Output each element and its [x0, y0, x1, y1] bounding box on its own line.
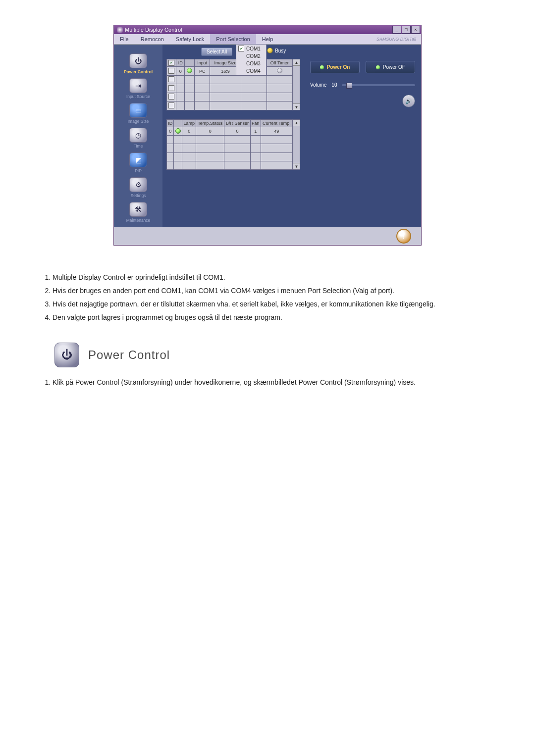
table-row[interactable] [167, 136, 293, 144]
col2-lamp: Lamp [182, 120, 196, 127]
slider-thumb[interactable] [346, 83, 352, 89]
power-on-button[interactable]: Power On [310, 61, 360, 73]
sidebar-item-settings[interactable]: ⚙ Settings [129, 177, 147, 198]
table-row[interactable]: 0 0 0 0 1 49 [167, 127, 293, 136]
status-bar: ! [114, 227, 421, 245]
doc-text-list-1: Multiple Display Control er oprindeligt … [40, 272, 495, 323]
volume-slider[interactable] [342, 84, 415, 86]
status-table: ID Lamp Temp.Status B/R Senser Fan Curre… [166, 119, 293, 170]
list-item: Hvis der bruges en anden port end COM1, … [53, 286, 495, 296]
main-panel: Select All Busy ✔ [162, 45, 421, 227]
sidebar: ⏻ Power Control ⇥ Input Source ▭ Image S… [114, 45, 162, 227]
brand-label: SAMSUNG DIGITall [376, 37, 421, 42]
gear-icon: ⚙ [129, 177, 147, 192]
sidebar-item-power-control[interactable]: ⏻ Power Control [124, 53, 153, 74]
doc-text-list-2: Klik på Power Control (Strømforsyning) u… [40, 377, 495, 388]
menu-remocon[interactable]: Remocon [135, 34, 170, 44]
sidebar-item-time[interactable]: ◷ Time [129, 128, 147, 149]
power-off-button[interactable]: Power Off [366, 61, 415, 73]
sidebar-item-pip[interactable]: ◩ PIP [129, 152, 147, 173]
app-icon [117, 27, 123, 33]
sidebar-item-input-source[interactable]: ⇥ Input Source [126, 78, 150, 99]
col-status [185, 59, 195, 67]
list-item: Multiple Display Control er oprindeligt … [53, 272, 495, 283]
list-item: Hvis det nøjagtige portnavn, der er tils… [53, 299, 495, 309]
restore-button[interactable]: □ [402, 26, 411, 34]
menu-safety-lock[interactable]: Safety Lock [170, 34, 210, 44]
menu-help[interactable]: Help [256, 34, 279, 44]
section-title: Power Control [88, 348, 170, 362]
led-icon [376, 65, 380, 69]
col2-curtemp: Current Temp. [261, 120, 292, 127]
led-icon [320, 65, 324, 69]
alert-icon: ! [396, 229, 411, 244]
clock-icon: ◷ [129, 128, 147, 143]
col-input: Input [195, 59, 210, 67]
col2-tempstatus: Temp.Status [196, 120, 224, 127]
select-all-button[interactable]: Select All [201, 48, 232, 56]
window-title: Multiple Display Control [125, 25, 182, 34]
col2-status [174, 120, 182, 127]
power-icon: ⏻ [54, 343, 79, 367]
input-icon: ⇥ [129, 78, 147, 93]
menu-port-selection[interactable]: Port Selection [210, 34, 256, 44]
sidebar-item-maintenance[interactable]: 🛠 Maintenance [126, 202, 151, 223]
minimize-button[interactable]: _ [392, 26, 401, 34]
port-dropdown: ✔COM1 COM2 COM3 COM4 [236, 44, 267, 75]
display-table: ✔ ID Input Image Size On Timer Off Timer [166, 59, 293, 110]
timer-dot-icon [277, 68, 282, 73]
row-checkbox[interactable] [168, 85, 174, 91]
col2-brsenser: B/R Senser [224, 120, 251, 127]
col-id: ID [176, 59, 185, 67]
busy-indicator: Busy [267, 48, 286, 53]
control-panel: Power On Power Off Volume 10 [305, 59, 417, 109]
title-bar: Multiple Display Control _ □ × [114, 25, 421, 34]
speaker-icon[interactable]: 🔊 [402, 95, 415, 107]
col-off-timer: Off Timer [267, 59, 292, 67]
sidebar-item-image-size[interactable]: ▭ Image Size [128, 103, 149, 124]
busy-led-icon [267, 48, 273, 53]
scroll-down-icon[interactable]: ▼ [293, 103, 300, 110]
status-dot-icon [187, 68, 192, 73]
port-com4[interactable]: COM4 [236, 67, 266, 75]
table2-scrollbar[interactable]: ▲ ▼ [293, 119, 300, 170]
table-row[interactable] [167, 152, 293, 161]
menu-bar: File Remocon Safety Lock Port Selection … [114, 34, 421, 45]
menu-file[interactable]: File [114, 34, 135, 44]
table-row[interactable] [167, 161, 293, 169]
table-row[interactable] [167, 93, 293, 101]
row-checkbox[interactable] [168, 68, 174, 74]
table-row[interactable] [167, 84, 293, 93]
table-row[interactable] [167, 101, 293, 110]
row-checkbox[interactable] [168, 76, 174, 82]
row-checkbox[interactable] [168, 94, 174, 100]
scroll-up-icon[interactable]: ▲ [293, 59, 300, 66]
table-row[interactable]: 0 PC 16:9 [167, 67, 293, 76]
col2-fan: Fan [250, 120, 261, 127]
col2-id: ID [167, 120, 174, 127]
list-item: Den valgte port lagres i programmet og b… [53, 312, 495, 323]
list-item: Klik på Power Control (Strømforsyning) u… [53, 377, 495, 388]
close-button[interactable]: × [411, 26, 420, 34]
port-com3[interactable]: COM3 [236, 60, 266, 67]
port-com1[interactable]: ✔COM1 [236, 45, 266, 52]
col-check: ✔ [167, 59, 176, 67]
table-row[interactable] [167, 75, 293, 84]
image-size-icon: ▭ [129, 103, 147, 118]
status-dot-icon [175, 128, 181, 134]
power-icon: ⏻ [129, 53, 147, 68]
header-checkbox[interactable]: ✔ [168, 60, 174, 66]
application-window: Multiple Display Control _ □ × File Remo… [113, 25, 422, 246]
scroll-up-icon[interactable]: ▲ [293, 120, 300, 126]
port-com2[interactable]: COM2 [236, 52, 266, 60]
section-heading: ⏻ Power Control [54, 343, 495, 367]
table1-scrollbar[interactable]: ▲ ▼ [293, 59, 300, 110]
pip-icon: ◩ [129, 152, 147, 167]
check-icon: ✔ [238, 46, 244, 51]
wrench-icon: 🛠 [129, 202, 147, 217]
volume-label: Volume [310, 82, 326, 88]
scroll-down-icon[interactable]: ▼ [293, 163, 300, 169]
volume-value: 10 [331, 82, 337, 88]
table-row[interactable] [167, 144, 293, 152]
row-checkbox[interactable] [168, 102, 174, 108]
